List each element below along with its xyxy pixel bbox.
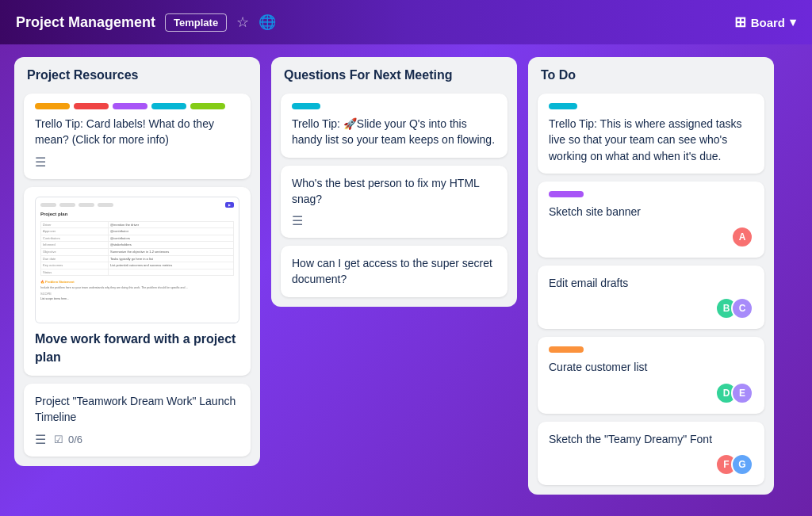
app-title: Project Management: [16, 14, 155, 31]
board-icon: ⊞: [734, 13, 746, 31]
task-count: 0/6: [68, 434, 82, 445]
label-cyan: [151, 103, 186, 109]
card-sketch-font[interactable]: Sketch the "Teamy Dreamy" Font F G: [538, 422, 764, 485]
board-button[interactable]: ⊞ Board ▾: [734, 13, 796, 31]
card-tip-todo[interactable]: Trello Tip: This is where assigned tasks…: [538, 94, 764, 174]
card-text-email: Edit email drafts: [549, 275, 753, 291]
checkbox-icon: ☑: [54, 434, 63, 445]
avatars-banner: A: [731, 226, 753, 248]
label-orange-customer: [549, 346, 584, 353]
template-badge[interactable]: Template: [165, 13, 227, 32]
avatar-5: E: [731, 382, 753, 404]
globe-icon[interactable]: 🌐: [259, 13, 276, 31]
card-text-font: Sketch the "Teamy Dreamy" Font: [549, 431, 753, 447]
card-text-customer: Curate customer list: [549, 359, 753, 375]
label-green: [190, 103, 225, 109]
card-project-plan[interactable]: ▶ Project plan Driver@mention the driver…: [24, 187, 251, 376]
card-footer-email: B C: [549, 297, 753, 319]
label-cyan-q: [292, 103, 320, 109]
card-html-snag[interactable]: Who's the best person to fix my HTML sna…: [281, 166, 508, 239]
menu-icon[interactable]: ☰: [35, 155, 46, 170]
card-text-tip-todo: Trello Tip: This is where assigned tasks…: [549, 116, 753, 164]
card-secret-doc[interactable]: How can I get access to the super secret…: [281, 246, 508, 297]
chevron-down-icon: ▾: [790, 15, 796, 29]
avatars-customer: D E: [715, 382, 753, 404]
label-red: [74, 103, 109, 109]
card-label-row: [35, 103, 239, 109]
avatars-font: F G: [715, 453, 753, 476]
card-image: ▶ Project plan Driver@mention the driver…: [35, 197, 239, 323]
column-todo: To Do Trello Tip: This is where assigned…: [528, 57, 774, 495]
column-questions: Questions For Next Meeting Trello Tip: 🚀…: [271, 57, 517, 307]
avatar-3: C: [731, 297, 753, 319]
column-project-resources: Project Resources Trello Tip: Card label…: [14, 57, 260, 466]
task-meta: ☑ 0/6: [54, 434, 82, 445]
column-title-questions: Questions For Next Meeting: [281, 68, 508, 86]
card-text-banner: Sketch site banner: [549, 204, 753, 220]
menu-icon-timeline[interactable]: ☰: [35, 432, 46, 447]
avatar-7: G: [731, 453, 753, 476]
card-text-timeline: Project "Teamwork Dream Work" Launch Tim…: [35, 393, 239, 426]
card-footer-banner: A: [549, 226, 753, 248]
card-text-tip-q: Trello Tip: 🚀Slide your Q's into this ha…: [292, 116, 496, 148]
label-cyan-todo: [549, 103, 577, 109]
card-tip-questions[interactable]: Trello Tip: 🚀Slide your Q's into this ha…: [281, 94, 508, 158]
card-timeline[interactable]: Project "Teamwork Dream Work" Launch Tim…: [24, 384, 251, 457]
avatars-email: B C: [715, 297, 753, 319]
card-text-secret: How can I get access to the super secret…: [292, 255, 496, 288]
column-title-todo: To Do: [538, 68, 764, 86]
menu-icon-html[interactable]: ☰: [292, 213, 303, 228]
board-area: Project Resources Trello Tip: Card label…: [0, 44, 812, 516]
app-header: Project Management Template ☆ 🌐 ⊞ Board …: [0, 0, 812, 44]
card-label-row-customer: [549, 346, 753, 353]
avatar-1: A: [731, 226, 753, 248]
card-email-drafts[interactable]: Edit email drafts B C: [538, 266, 764, 329]
card-label-row-q: [292, 103, 496, 109]
card-sketch-banner[interactable]: Sketch site banner A: [538, 182, 764, 258]
label-purple: [113, 103, 147, 109]
card-text-html: Who's the best person to fix my HTML sna…: [292, 175, 496, 208]
card-label-row-todo: [549, 103, 753, 109]
label-yellow: [35, 103, 70, 109]
card-customer-list[interactable]: Curate customer list D E: [538, 337, 764, 413]
card-text: Trello Tip: Card labels! What do they me…: [35, 116, 239, 148]
card-footer-customer: D E: [549, 382, 753, 404]
label-purple-banner: [549, 191, 584, 197]
card-label-row-banner: [549, 191, 753, 197]
card-labels-tip[interactable]: Trello Tip: Card labels! What do they me…: [24, 94, 251, 179]
column-title-project-resources: Project Resources: [24, 68, 251, 86]
star-icon[interactable]: ☆: [236, 13, 249, 31]
card-footer: ☰: [35, 155, 239, 170]
card-footer-font: F G: [549, 453, 753, 476]
card-footer-html: ☰: [292, 213, 496, 228]
board-label: Board: [751, 16, 785, 29]
card-text-plan: Move work forward with a project plan: [35, 330, 239, 366]
card-footer-timeline: ☰ ☑ 0/6: [35, 432, 239, 447]
